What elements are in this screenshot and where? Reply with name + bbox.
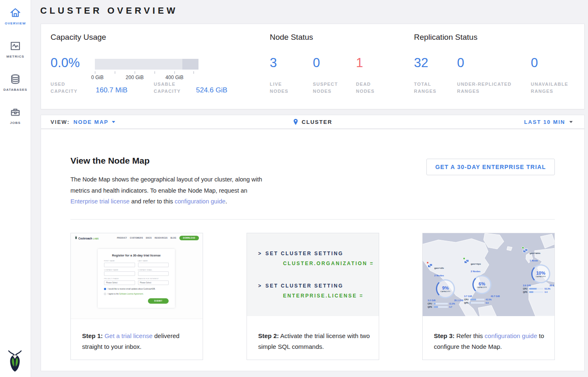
node-status-title: Node Status [270, 33, 313, 42]
home-icon [9, 7, 22, 19]
mini-checkbox-checked [104, 288, 106, 290]
sidebar-item-databases[interactable]: DATABASES [0, 73, 31, 92]
step-3-caption: Step 3: Refer this configuration guide t… [434, 331, 547, 352]
mini-input [104, 271, 135, 276]
live-nodes-label: LIVENODES [270, 81, 288, 95]
step-1-caption: Step 1: Get a trial license delivered st… [82, 331, 195, 352]
mini-input [104, 263, 135, 267]
step-2-caption: Step 2: Activate the trial license with … [258, 331, 371, 352]
time-range-dropdown[interactable]: LAST 10 MIN [524, 115, 573, 128]
mini-submit-button: SUBMIT [148, 298, 169, 304]
get-trial-license-link[interactable]: Get a trial license [104, 332, 152, 339]
node-map-description: The Node Map shows the geographical layo… [70, 174, 269, 207]
capacity-gauge-bar [95, 59, 198, 70]
under-replicated-ranges-label: UNDER-REPLICATEDRANGES [457, 81, 511, 95]
node-group-icon [464, 259, 469, 264]
live-status-dot [463, 257, 465, 260]
registration-page-screenshot: Cockroach LABS PRODUCT CUSTOMERS DOCS RE… [71, 233, 203, 319]
sidebar-item-label: JOBS [0, 121, 31, 125]
enterprise-trial-button[interactable]: GET A 30-DAY ENTERPRISE TRIAL [426, 159, 555, 175]
capacity-ring: 9% CAPACITY [436, 279, 455, 298]
gauge-tick-label: 0 GiB [91, 75, 104, 80]
used-capacity-label: USEDCAPACITY [51, 81, 77, 95]
sidebar-item-label: METRICS [0, 55, 31, 58]
page-title: CLUSTER OVERVIEW [40, 5, 178, 16]
replication-status-title: Replication Status [414, 33, 477, 42]
unavailable-ranges-label: UNAVAILABLERANGES [531, 81, 568, 95]
capacity-usage-title: Capacity Usage [51, 33, 106, 42]
view-bar: VIEW: NODE MAP CLUSTER LAST 10 MIN [41, 115, 585, 129]
locality-badge-sfo: geo=sfo2 Nodes 9% CAPACITY 3.2 GiB35.1 G… [428, 263, 463, 308]
live-status-dot [522, 247, 524, 249]
gauge-tick [115, 71, 115, 74]
live-nodes-count: 3 [270, 56, 277, 70]
node-group-icon [523, 248, 528, 253]
usable-capacity-value: 524.6 GiB [196, 86, 227, 94]
breadcrumb-cluster[interactable]: CLUSTER [302, 119, 332, 125]
capacity-used-percent: 0.0% [51, 56, 80, 70]
node-map-screenshot: geo=sfo2 Nodes 9% CAPACITY 3.2 GiB35.1 G… [423, 233, 554, 316]
map-pin-icon [293, 118, 298, 126]
gauge-tick [135, 71, 135, 74]
sidebar-item-jobs[interactable]: JOBS [0, 106, 31, 125]
locality-badge-nyc: geo=nyc2 Nodes 6% CAPACITY 3.7 GiB43.7 G… [464, 259, 500, 304]
step-2-card: >SET CLUSTER SETTING CLUSTER.ORGANIZATIO… [247, 233, 379, 360]
node-map-heading: View the Node Map [70, 156, 150, 166]
gauge-tick-label: 200 GiB [126, 75, 143, 80]
step-1-card: Cockroach LABS PRODUCT CUSTOMERS DOCS RE… [70, 233, 203, 360]
gauge-tick [95, 71, 95, 74]
dead-nodes-count: 1 [356, 56, 363, 70]
sidebar-item-label: DATABASES [0, 88, 31, 92]
cockroachdb-logo [5, 349, 24, 372]
gauge-tick-label: 400 GiB [165, 75, 183, 80]
cluster-overview-page: OVERVIEW METRICS DATABASES JOBS [0, 0, 588, 377]
mini-input [138, 271, 169, 276]
database-icon [9, 73, 22, 85]
sql-code-block: >SET CLUSTER SETTING CLUSTER.ORGANIZATIO… [247, 233, 379, 316]
mini-input [138, 263, 169, 267]
mini-select: Please Select [138, 280, 169, 285]
dead-status-dot [426, 261, 429, 264]
mini-site-nav: PRODUCT CUSTOMERS DOCS RESOURCES BLOG DO… [117, 236, 199, 240]
usable-capacity-label: USABLECAPACITY [154, 81, 181, 95]
mini-cockroach-labs-logo: Cockroach LABS [75, 236, 99, 240]
node-group-icon [428, 263, 433, 268]
mini-registration-form: Register for a 30-day trial license FIRS… [98, 249, 175, 308]
node-map-panel: View the Node Map The Node Map shows the… [41, 129, 585, 371]
suspect-nodes-label: SUSPECTNODES [313, 81, 338, 95]
dead-nodes-label: DEADNODES [356, 81, 375, 95]
chevron-down-icon [569, 121, 573, 123]
capacity-gauge-reserved-segment [182, 59, 198, 70]
step-3-card: geo=sfo2 Nodes 9% CAPACITY 3.2 GiB35.1 G… [422, 233, 555, 360]
sidebar-item-metrics[interactable]: METRICS [0, 40, 31, 58]
total-ranges-label: TOTALRANGES [414, 81, 436, 95]
briefcase-icon [9, 106, 22, 118]
locality-badge-ams: geo=ams1 Node 10% CAPACITY 3.6 GiB36.6 G… [523, 248, 554, 293]
total-ranges-count: 32 [414, 56, 428, 70]
mini-site-header: Cockroach LABS PRODUCT CUSTOMERS DOCS RE… [71, 233, 203, 242]
enterprise-trial-license-link[interactable]: Enterprise trial license [70, 198, 130, 205]
cluster-summary-panel: Capacity Usage 0.0% 0 GiB 200 GiB 400 Gi… [41, 24, 585, 109]
sidebar: OVERVIEW METRICS DATABASES JOBS [0, 0, 31, 377]
configuration-guide-link[interactable]: configuration guide [485, 332, 537, 339]
suspect-nodes-count: 0 [313, 56, 320, 70]
mini-download-button: DOWNLOAD [179, 236, 199, 240]
configuration-guide-link[interactable]: configuration guide [174, 198, 225, 205]
gauge-tick [174, 71, 175, 74]
mini-checkbox [104, 293, 106, 295]
sidebar-item-label: OVERVIEW [0, 22, 31, 25]
divider [70, 219, 555, 220]
gauge-tick [155, 71, 155, 74]
capacity-ring: 6% CAPACITY [472, 275, 491, 294]
gauge-tick [194, 71, 194, 74]
capacity-gauge: 0 GiB 200 GiB 400 GiB [95, 59, 198, 84]
unavailable-ranges-count: 0 [531, 56, 538, 70]
mini-bug-icon [75, 236, 77, 239]
sidebar-item-overview[interactable]: OVERVIEW [0, 7, 31, 25]
mini-select: Please Select [104, 280, 135, 285]
under-replicated-ranges-count: 0 [457, 56, 464, 70]
used-capacity-value: 160.7 MiB [96, 86, 128, 94]
breadcrumb: CLUSTER [41, 115, 584, 128]
metrics-icon [9, 40, 22, 52]
capacity-ring: 10% CAPACITY [531, 264, 550, 283]
